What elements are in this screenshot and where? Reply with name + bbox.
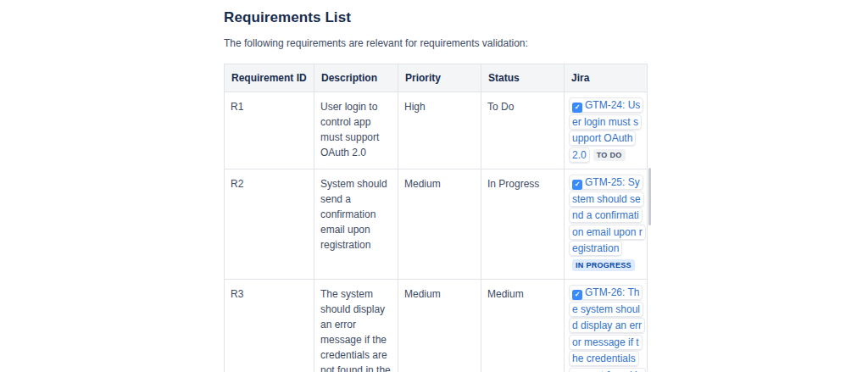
jira-issue-link[interactable]: ✓GTM-25: System should send a confirmati… — [569, 175, 646, 256]
cell-description: The system should display an error messa… — [314, 280, 398, 372]
cell-priority: Medium — [398, 280, 481, 372]
cell-status: Medium — [481, 280, 565, 372]
cell-jira: ✓GTM-24: User login must support OAuth 2… — [565, 92, 648, 169]
column-header-jira: Jira — [565, 64, 648, 92]
requirements-table: Requirement ID Description Priority Stat… — [224, 64, 648, 372]
cell-description: System should send a confirmation email … — [314, 169, 398, 280]
column-header-priority: Priority — [398, 64, 481, 92]
jira-issue-link[interactable]: ✓GTM-26: The system should display an er… — [569, 285, 646, 372]
column-header-status: Status — [481, 64, 565, 92]
task-checkbox-icon: ✓ — [572, 103, 582, 113]
scrollbar-thumb[interactable] — [648, 168, 651, 225]
cell-jira: ✓GTM-25: System should send a confirmati… — [565, 169, 648, 280]
status-badge: TO DO — [593, 149, 626, 161]
column-header-requirement-id: Requirement ID — [225, 64, 314, 92]
jira-issue-text: GTM-26: The system should display an err… — [572, 286, 643, 372]
cell-requirement-id: R1 — [225, 92, 314, 169]
task-checkbox-icon: ✓ — [572, 180, 582, 190]
table-header-row: Requirement ID Description Priority Stat… — [225, 64, 648, 92]
task-checkbox-icon: ✓ — [572, 290, 582, 300]
page-content: Requirements List The following requirem… — [224, 9, 649, 372]
page-title: Requirements List — [224, 9, 649, 26]
jira-issue-text: GTM-25: System should send a confirmatio… — [572, 176, 643, 254]
cell-requirement-id: R2 — [225, 169, 314, 280]
cell-jira: ✓GTM-26: The system should display an er… — [565, 280, 648, 372]
cell-status: To Do — [481, 92, 565, 169]
cell-priority: High — [398, 92, 481, 169]
table-row: R3 The system should display an error me… — [225, 280, 648, 372]
page-subtitle: The following requirements are relevant … — [224, 37, 649, 49]
table-row: R2 System should send a confirmation ema… — [225, 169, 648, 280]
cell-requirement-id: R3 — [225, 280, 314, 372]
column-header-description: Description — [314, 64, 398, 92]
cell-description: User login to control app must support O… — [314, 92, 398, 169]
cell-priority: Medium — [398, 169, 481, 280]
status-badge: IN PROGRESS — [572, 259, 635, 271]
table-row: R1 User login to control app must suppor… — [225, 92, 648, 169]
cell-status: In Progress — [481, 169, 565, 280]
